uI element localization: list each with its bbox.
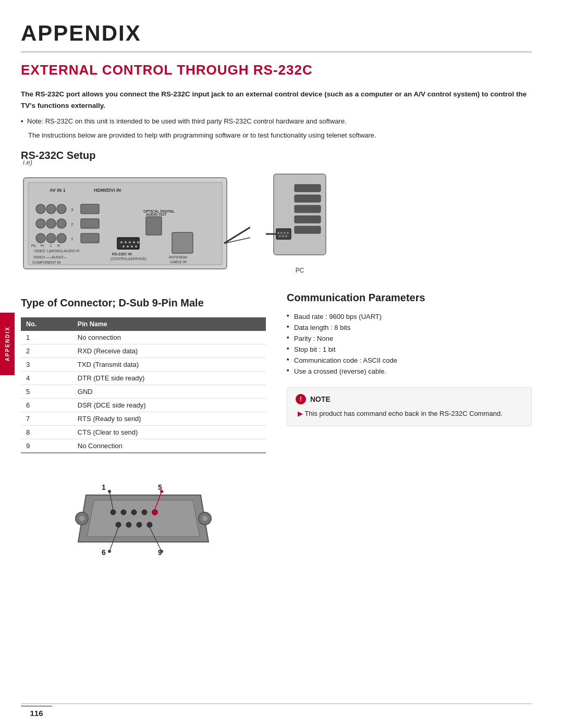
svg-text:AV IN 1: AV IN 1: [50, 188, 66, 193]
svg-point-75: [147, 522, 152, 527]
bottom-divider: [21, 704, 532, 704]
svg-rect-54: [276, 229, 291, 239]
svg-point-58: [287, 232, 289, 234]
svg-line-46: [224, 227, 250, 243]
svg-text:CABLE IN: CABLE IN: [170, 260, 187, 264]
comm-param-item: Use a crossed (reverse) cable.: [287, 366, 532, 377]
svg-text:1: 1: [71, 237, 74, 241]
table-row: 2RXD (Receive data): [21, 344, 266, 357]
pin-name: No connection: [72, 331, 266, 344]
svg-text:VIDEO: VIDEO: [34, 249, 45, 253]
pin-name: RXD (Receive data): [72, 344, 266, 357]
svg-text:COMPONENT IN: COMPONENT IN: [32, 261, 60, 264]
comm-param-item: Communication code : ASCII code: [287, 355, 532, 366]
tv-diagram-container: i.e) AV IN 1 HDMI/DVI IN 3: [21, 170, 250, 276]
svg-point-40: [123, 245, 125, 248]
ie-label: i.e): [23, 158, 32, 166]
svg-point-16: [57, 233, 66, 243]
table-header: No. Pin Name: [21, 317, 266, 331]
pin-number: 5: [21, 385, 72, 398]
comm-list: Baud rate : 9600 bps (UART)Data length :…: [287, 311, 532, 377]
pin-name: GND: [72, 385, 266, 398]
svg-point-74: [137, 522, 142, 527]
svg-rect-51: [295, 205, 321, 213]
pin-name: DTR (DTE side ready): [72, 371, 266, 385]
svg-text:L: L: [50, 244, 52, 248]
connector-heading: Type of Connector; D-Sub 9-Pin Male: [21, 297, 266, 309]
intro-text: The RS-232C port allows you connect the …: [21, 89, 532, 111]
note-box: ! NOTE This product has command echo bac…: [287, 387, 532, 426]
svg-rect-52: [295, 216, 321, 223]
svg-text:Pb: Pb: [31, 244, 36, 248]
svg-rect-31: [172, 232, 193, 253]
svg-point-41: [127, 245, 129, 248]
svg-point-14: [36, 233, 45, 243]
connector-diagram-area: 1 5 6 9: [21, 464, 266, 573]
svg-point-60: [283, 236, 284, 237]
svg-point-37: [129, 241, 131, 243]
pin-name: DSR (DCE side ready): [72, 398, 266, 412]
main-content: APPENDIX EXTERNAL CONTROL THROUGH RS-232…: [21, 0, 532, 573]
svg-point-72: [116, 522, 121, 527]
svg-rect-28: [146, 217, 162, 235]
svg-point-39: [137, 241, 139, 243]
col-header-no: No.: [21, 317, 72, 331]
note-box-title: NOTE: [310, 395, 331, 403]
diagram-area: i.e) AV IN 1 HDMI/DVI IN 3: [21, 170, 532, 276]
pin-name: No Connection: [72, 439, 266, 453]
svg-point-85: [160, 490, 163, 493]
page-container: APPENDIX APPENDIX EXTERNAL CONTROL THROU…: [0, 0, 563, 728]
table-row: 6DSR (DCE side ready): [21, 398, 266, 412]
svg-rect-50: [295, 195, 321, 202]
table-row: 4DTR (DTE side ready): [21, 371, 266, 385]
comm-param-item: Stop bit : 1 bit: [287, 344, 532, 355]
left-column: Type of Connector; D-Sub 9-Pin Male No. …: [21, 292, 266, 573]
table-body: 1No connection2RXD (Receive data)3TXD (T…: [21, 331, 266, 453]
comm-param-item: Parity : None: [287, 333, 532, 344]
svg-point-10: [46, 219, 56, 228]
svg-point-57: [284, 232, 286, 234]
svg-point-36: [125, 241, 127, 243]
table-row: 1No connection: [21, 331, 266, 344]
sidebar-label: APPENDIX: [5, 326, 10, 361]
svg-text:1: 1: [102, 483, 106, 491]
page-number: 116: [21, 706, 52, 718]
setup-heading: RS-232C Setup: [21, 150, 532, 162]
note-icon: !: [296, 394, 306, 404]
svg-point-69: [131, 510, 137, 515]
pin-name: TXD (Transmit data): [72, 357, 266, 371]
svg-point-4: [36, 204, 45, 214]
pin-number: 2: [21, 344, 72, 357]
svg-point-56: [281, 232, 283, 234]
svg-rect-13: [81, 219, 99, 228]
comm-heading: Communication Parameters: [287, 292, 532, 304]
svg-point-6: [57, 204, 66, 214]
svg-text:ANTENNA/: ANTENNA/: [169, 255, 187, 259]
pc-svg: [266, 171, 334, 263]
pc-diagram-container: PC: [266, 171, 334, 274]
svg-point-84: [108, 490, 111, 493]
col-header-pin: Pin Name: [72, 317, 266, 331]
svg-point-87: [160, 550, 163, 553]
svg-point-9: [36, 219, 45, 228]
svg-point-86: [108, 550, 111, 553]
two-col-section: Type of Connector; D-Sub 9-Pin Male No. …: [21, 292, 532, 573]
right-column: Communication Parameters Baud rate : 960…: [287, 292, 532, 573]
table-row: 5GND: [21, 385, 266, 398]
pc-label: PC: [296, 267, 304, 274]
section-heading: EXTERNAL CONTROL THROUGH RS-232C: [21, 62, 532, 78]
pin-number: 7: [21, 412, 72, 425]
pin-name: RTS (Ready to send): [72, 412, 266, 425]
svg-text:HDMI/DVI IN: HDMI/DVI IN: [94, 188, 121, 193]
svg-rect-53: [295, 226, 321, 233]
pin-table: No. Pin Name 1No connection2RXD (Receive…: [21, 317, 266, 453]
svg-text:R: R: [57, 244, 60, 248]
svg-text:RS-232C IN: RS-232C IN: [112, 252, 132, 256]
svg-text:L(MONO)-AUDIO-R: L(MONO)-AUDIO-R: [47, 249, 79, 253]
table-row: 7RTS (Ready to send): [21, 412, 266, 425]
svg-point-73: [126, 522, 131, 527]
svg-point-70: [142, 510, 147, 515]
note-box-content: This product has command echo back in th…: [296, 409, 523, 419]
svg-point-35: [120, 241, 123, 243]
svg-point-64: [79, 516, 84, 521]
